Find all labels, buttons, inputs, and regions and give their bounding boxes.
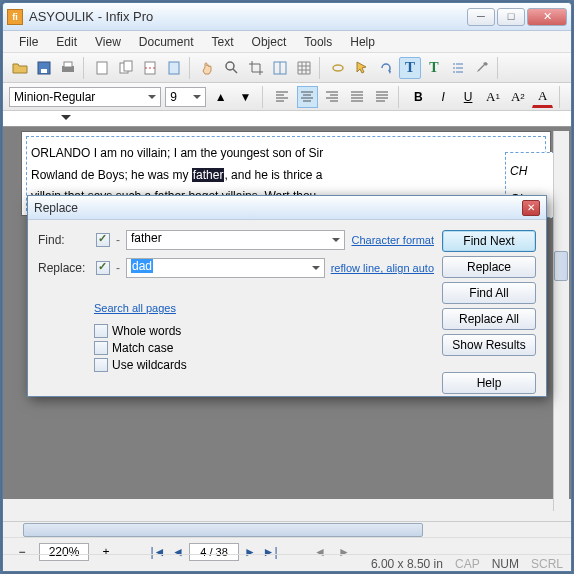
open-icon[interactable] xyxy=(9,57,31,79)
svg-rect-3 xyxy=(64,62,72,67)
dialog-close-button[interactable]: ✕ xyxy=(522,200,540,216)
replace-label: Replace: xyxy=(38,261,90,275)
window-title: ASYOULIK - Infix Pro xyxy=(29,9,467,24)
find-label: Find: xyxy=(38,233,90,247)
horizontal-scrollbar[interactable] xyxy=(3,522,571,538)
new-page-icon[interactable] xyxy=(91,57,113,79)
eyedropper-icon[interactable] xyxy=(471,57,493,79)
wildcards-label: Use wildcards xyxy=(112,358,187,372)
menu-edit[interactable]: Edit xyxy=(48,33,85,51)
doc-text: ORLANDO I am no villain; I am the younge… xyxy=(31,146,323,160)
pointer-icon[interactable] xyxy=(351,57,373,79)
link-icon[interactable] xyxy=(327,57,349,79)
page-break-icon[interactable] xyxy=(139,57,161,79)
text-plus-icon[interactable]: T xyxy=(423,57,445,79)
menu-view[interactable]: View xyxy=(87,33,129,51)
replace-button[interactable]: Replace xyxy=(442,256,536,278)
replace-all-button[interactable]: Replace All xyxy=(442,308,536,330)
underline-button[interactable]: U xyxy=(458,86,479,108)
text-tool-icon[interactable]: T xyxy=(399,57,421,79)
maximize-button[interactable]: □ xyxy=(497,8,525,26)
num-indicator: NUM xyxy=(492,557,519,571)
doc-text: , and he is thrice a xyxy=(224,168,322,182)
dialog-titlebar[interactable]: Replace ✕ xyxy=(28,196,546,220)
size-up-icon[interactable]: ▲ xyxy=(210,86,231,108)
copy-page-icon[interactable] xyxy=(163,57,185,79)
rotate-icon[interactable] xyxy=(375,57,397,79)
svg-rect-9 xyxy=(169,62,179,74)
crop-icon[interactable] xyxy=(245,57,267,79)
svg-rect-6 xyxy=(124,61,132,71)
whole-words-checkbox[interactable] xyxy=(94,324,108,338)
menu-object[interactable]: Object xyxy=(244,33,295,51)
list-icon[interactable] xyxy=(447,57,469,79)
format-toolbar: Minion-Regular 9 ▲ ▼ B I U A1 A2 A xyxy=(3,83,571,111)
align-left-icon[interactable] xyxy=(272,86,293,108)
whole-words-label: Whole words xyxy=(112,324,181,338)
font-size-combo[interactable]: 9 xyxy=(165,87,206,107)
bold-button[interactable]: B xyxy=(408,86,429,108)
app-icon: fi xyxy=(7,9,23,25)
print-icon[interactable] xyxy=(57,57,79,79)
character-format-link[interactable]: Character format xyxy=(351,234,434,246)
text-color-button[interactable]: A xyxy=(532,86,553,108)
align-right-icon[interactable] xyxy=(322,86,343,108)
hand-icon[interactable] xyxy=(197,57,219,79)
find-all-button[interactable]: Find All xyxy=(442,282,536,304)
match-case-label: Match case xyxy=(112,341,173,355)
pages-icon[interactable] xyxy=(115,57,137,79)
svg-point-10 xyxy=(226,62,234,70)
menu-document[interactable]: Document xyxy=(131,33,202,51)
close-button[interactable]: ✕ xyxy=(527,8,567,26)
replace-dialog: Replace ✕ Find: - father Character forma… xyxy=(27,195,547,397)
scroll-thumb[interactable] xyxy=(23,523,423,537)
menu-text[interactable]: Text xyxy=(204,33,242,51)
size-down-icon[interactable]: ▼ xyxy=(235,86,256,108)
cap-indicator: CAP xyxy=(455,557,480,571)
scrl-indicator: SCRL xyxy=(531,557,563,571)
page-dims: 6.00 x 8.50 in xyxy=(371,557,443,571)
status-line: 6.00 x 8.50 in CAP NUM SCRL xyxy=(3,554,571,572)
doc-text: Rowland de Boys; he was my xyxy=(31,168,192,182)
menu-tools[interactable]: Tools xyxy=(296,33,340,51)
titlebar: fi ASYOULIK - Infix Pro ─ □ ✕ xyxy=(3,3,571,31)
svg-line-11 xyxy=(233,69,237,73)
menu-help[interactable]: Help xyxy=(342,33,383,51)
find-next-button[interactable]: Find Next xyxy=(442,230,536,252)
find-input[interactable]: father xyxy=(126,230,345,250)
app-window: fi ASYOULIK - Infix Pro ─ □ ✕ File Edit … xyxy=(2,2,572,572)
vertical-scrollbar[interactable] xyxy=(553,131,569,511)
find-enabled-checkbox[interactable] xyxy=(96,233,110,247)
minimize-button[interactable]: ─ xyxy=(467,8,495,26)
zoom-icon[interactable] xyxy=(221,57,243,79)
guides-icon[interactable] xyxy=(269,57,291,79)
svg-rect-4 xyxy=(97,62,107,74)
menubar: File Edit View Document Text Object Tool… xyxy=(3,31,571,53)
reflow-link[interactable]: reflow line, align auto xyxy=(331,262,434,274)
search-all-pages-link[interactable]: Search all pages xyxy=(94,302,434,314)
font-family-combo[interactable]: Minion-Regular xyxy=(9,87,161,107)
replace-enabled-checkbox[interactable] xyxy=(96,261,110,275)
grid-icon[interactable] xyxy=(293,57,315,79)
wildcards-checkbox[interactable] xyxy=(94,358,108,372)
svg-rect-1 xyxy=(41,69,47,73)
match-case-checkbox[interactable] xyxy=(94,341,108,355)
subscript-button[interactable]: A2 xyxy=(507,86,528,108)
highlighted-word: father xyxy=(192,168,225,182)
menu-file[interactable]: File xyxy=(11,33,46,51)
superscript-button[interactable]: A1 xyxy=(483,86,504,108)
scroll-thumb[interactable] xyxy=(554,251,568,281)
replace-input[interactable]: dad xyxy=(126,258,325,278)
save-icon[interactable] xyxy=(33,57,55,79)
help-button[interactable]: Help xyxy=(442,372,536,394)
italic-button[interactable]: I xyxy=(433,86,454,108)
show-results-button[interactable]: Show Results xyxy=(442,334,536,356)
align-justify-all-icon[interactable] xyxy=(371,86,392,108)
dialog-title: Replace xyxy=(34,201,522,215)
align-center-icon[interactable] xyxy=(297,86,318,108)
svg-point-14 xyxy=(333,65,343,71)
align-justify-icon[interactable] xyxy=(346,86,367,108)
main-toolbar: T T xyxy=(3,53,571,83)
horizontal-ruler[interactable] xyxy=(3,111,571,127)
